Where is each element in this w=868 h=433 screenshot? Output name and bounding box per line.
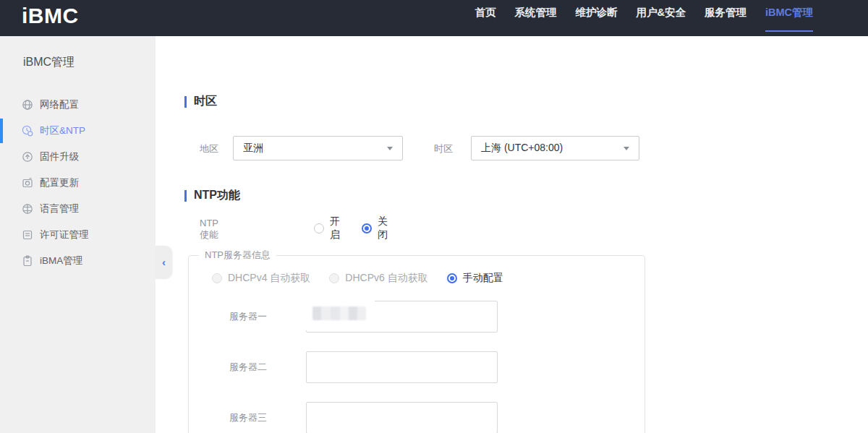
server-one-input-wrap (306, 301, 498, 333)
ibma-icon (22, 255, 33, 267)
nav-item-ibmc-management[interactable]: iBMC管理 (765, 0, 813, 36)
server-two-input-wrap (306, 351, 498, 383)
sidebar-item-network-config[interactable]: 网络配置 (0, 92, 156, 118)
server-three-label: 服务器三 (229, 411, 306, 424)
firmware-upgrade-icon (22, 151, 33, 163)
license-icon (22, 229, 33, 241)
sidebar-item-config-update[interactable]: 配置更新 (0, 170, 156, 196)
timezone-label: 时区 (434, 142, 453, 155)
server-three-row: 服务器三 (229, 402, 644, 433)
timezone-form-row: 地区 亚洲 时区 上海 (UTC+08:00) (174, 136, 868, 160)
nav-item-home[interactable]: 首页 (475, 0, 495, 36)
region-label: 地区 (200, 142, 218, 155)
sidebar-item-label: 网络配置 (40, 98, 79, 111)
radio-dhcpv6-auto: DHCPv6 自动获取 (329, 272, 427, 285)
timezone-section-header: 时区 (184, 94, 217, 109)
chevron-down-icon (387, 147, 393, 150)
nav-item-maintenance[interactable]: 维护诊断 (575, 0, 617, 36)
sidebar-item-label: 时区&NTP (40, 124, 85, 137)
region-select[interactable]: 亚洲 (233, 136, 403, 160)
radio-manual-config[interactable]: 手动配置 (447, 272, 503, 285)
sidebar-item-firmware-upgrade[interactable]: 固件升级 (0, 144, 156, 170)
chevron-down-icon (624, 147, 629, 150)
config-update-icon (22, 177, 33, 189)
radio-circle-checked-icon (447, 273, 457, 283)
sidebar: iBMC管理 网络配置 时区&NTP 固件升 (0, 36, 156, 433)
chevron-left-icon: ‹ (162, 257, 166, 267)
active-tab-underline (765, 30, 813, 32)
sidebar-item-ibma[interactable]: iBMA管理 (0, 248, 156, 274)
ntp-server-info-group: NTP服务器信息 DHCPv4 自动获取 DHCPv6 自动获取 手动配置 服务… (188, 249, 645, 433)
nav-item-system[interactable]: 系统管理 (514, 0, 556, 36)
nav-item-user-security[interactable]: 用户&安全 (636, 0, 685, 36)
server-two-row: 服务器二 (229, 351, 644, 383)
sidebar-item-label: 许可证管理 (40, 228, 89, 241)
server-three-input-wrap (306, 402, 498, 433)
server-two-input[interactable] (306, 351, 498, 383)
section-accent-bar (184, 96, 187, 108)
nav-item-services[interactable]: 服务管理 (705, 0, 746, 36)
timezone-select-value: 上海 (UTC+08:00) (481, 142, 563, 155)
sidebar-item-timezone-ntp[interactable]: 时区&NTP (0, 118, 156, 144)
ntp-server-info-legend: NTP服务器信息 (199, 249, 276, 262)
timezone-select[interactable]: 上海 (UTC+08:00) (471, 136, 639, 160)
timezone-section-title: 时区 (194, 94, 217, 109)
ntp-section-header: NTP功能 (184, 188, 240, 203)
main-content: 时区 地区 亚洲 时区 上海 (UTC+08:00) NTP功能 NTP使能 开… (174, 36, 868, 433)
sidebar-item-label: 固件升级 (40, 150, 79, 163)
ntp-server-mode-radio-group: DHCPv4 自动获取 DHCPv6 自动获取 手动配置 (212, 272, 644, 285)
ntp-enable-radio-group: 开启 关闭 (314, 215, 388, 241)
radio-ntp-off[interactable]: 关闭 (362, 215, 388, 241)
sidebar-title: iBMC管理 (0, 36, 156, 70)
sidebar-item-label: iBMA管理 (40, 254, 82, 267)
sidebar-item-label: 语言管理 (40, 202, 79, 215)
radio-circle-disabled-icon (212, 273, 222, 283)
sidebar-collapse-button[interactable]: ‹ (156, 246, 172, 279)
sidebar-menu: 网络配置 时区&NTP 固件升级 配置更 (0, 92, 156, 274)
ntp-enable-label: NTP使能 (200, 218, 218, 241)
ibmc-logo: iBMC (22, 4, 79, 28)
server-three-input[interactable] (306, 402, 498, 433)
network-icon (22, 99, 33, 111)
timezone-clock-icon (22, 125, 33, 137)
language-icon (22, 203, 33, 215)
radio-circle-checked-icon (362, 223, 372, 233)
sidebar-item-language[interactable]: 语言管理 (0, 196, 156, 222)
sidebar-item-label: 配置更新 (40, 176, 79, 189)
sidebar-item-license[interactable]: 许可证管理 (0, 222, 156, 248)
radio-circle-icon (314, 223, 324, 233)
server-one-label: 服务器一 (229, 310, 306, 323)
top-navbar: iBMC 首页 系统管理 维护诊断 用户&安全 服务管理 iBMC管理 (0, 0, 868, 36)
server-two-label: 服务器二 (229, 361, 306, 374)
radio-ntp-on[interactable]: 开启 (314, 215, 340, 241)
region-select-value: 亚洲 (243, 142, 263, 155)
radio-circle-disabled-icon (329, 273, 339, 283)
section-accent-bar (184, 190, 187, 202)
top-nav-menu: 首页 系统管理 维护诊断 用户&安全 服务管理 iBMC管理 (475, 0, 868, 36)
server-one-input[interactable] (306, 301, 498, 333)
server-one-row: 服务器一 (229, 301, 644, 333)
ntp-section-title: NTP功能 (194, 188, 240, 203)
radio-dhcpv4-auto: DHCPv4 自动获取 (212, 272, 310, 285)
